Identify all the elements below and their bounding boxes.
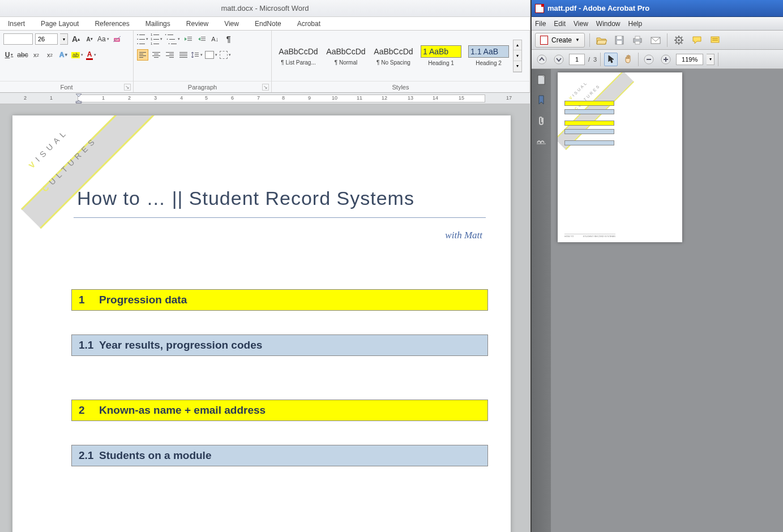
heading-1-bar[interactable]: 1Progression data: [71, 289, 488, 311]
page-up-button[interactable]: [535, 53, 549, 66]
gallery-down-icon[interactable]: ▾: [514, 50, 521, 61]
style-preview: AaBbCcDd: [372, 46, 414, 57]
shrink-font-button[interactable]: A▾: [84, 33, 95, 45]
tab-endnote[interactable]: EndNote: [247, 18, 289, 30]
save-button[interactable]: [613, 33, 626, 47]
open-button[interactable]: [594, 33, 608, 47]
heading-number: 2: [79, 404, 99, 417]
heading-number: 2.1: [79, 449, 99, 462]
menu-view[interactable]: View: [574, 20, 588, 28]
style-heading-2[interactable]: 1.1 AaB Heading 2: [465, 39, 512, 73]
signatures-tab[interactable]: [535, 135, 547, 147]
pdf-page-thumbnail[interactable]: VISUAL CULTURES HOW TO STUDENT RECORD SY…: [558, 72, 682, 242]
font-size-box[interactable]: [35, 33, 58, 45]
comment-button[interactable]: [690, 33, 704, 47]
heading-1-bar[interactable]: 2Known-as name + email address: [71, 400, 488, 421]
settings-button[interactable]: [672, 33, 686, 47]
increase-indent-button[interactable]: [196, 33, 207, 45]
document-area[interactable]: VISUAL CULTURES How to … || Student Reco…: [0, 104, 530, 532]
shading-button[interactable]: [205, 49, 217, 61]
align-left-button[interactable]: [137, 49, 148, 61]
document-subtitle[interactable]: with Matt: [445, 230, 482, 241]
decrease-indent-button[interactable]: [182, 33, 194, 45]
clear-formatting-button[interactable]: [112, 33, 123, 45]
horizontal-ruler[interactable]: 2112345678910111213141517: [0, 93, 530, 104]
indent-marker-icon[interactable]: [75, 93, 82, 104]
style-name: ¶ List Parag...: [281, 59, 316, 66]
change-case-button[interactable]: Aa: [97, 33, 109, 45]
align-right-button[interactable]: [164, 49, 176, 61]
paragraph-dialog-launcher[interactable]: ↘: [262, 84, 269, 91]
line-spacing-button[interactable]: [191, 49, 203, 61]
justify-button[interactable]: [178, 49, 189, 61]
acrobat-document-view[interactable]: VISUAL CULTURES HOW TO STUDENT RECORD SY…: [551, 69, 783, 532]
document-title[interactable]: How to … || Student Record Systems: [77, 187, 414, 209]
hand-tool-button[interactable]: [621, 53, 635, 66]
sort-button[interactable]: A↓: [209, 33, 221, 45]
numbering-button[interactable]: [151, 33, 162, 45]
tab-page-layout[interactable]: Page Layout: [33, 18, 87, 30]
zoom-dropdown[interactable]: ▾: [707, 54, 714, 65]
heading-2-bar[interactable]: 2.1Students on a module: [71, 445, 488, 466]
tab-view[interactable]: View: [216, 18, 247, 30]
strikethrough-button[interactable]: abc: [17, 49, 28, 61]
pdf-corner-visual: ISUAL: [571, 80, 588, 97]
heading-2-bar[interactable]: 1.1Year results, progression codes: [71, 334, 488, 356]
tab-mailings[interactable]: Mailings: [138, 18, 178, 30]
bookmarks-tab[interactable]: [535, 94, 547, 106]
style-name: Heading 2: [476, 60, 502, 66]
document-page[interactable]: VISUAL CULTURES How to … || Student Reco…: [12, 115, 511, 532]
text-effects-button[interactable]: A: [58, 49, 69, 61]
select-tool-button[interactable]: [604, 53, 618, 66]
subscript-button[interactable]: x2: [31, 49, 42, 61]
bullets-button[interactable]: [137, 33, 148, 45]
style-normal[interactable]: AaBbCcDd ¶ Normal: [323, 39, 369, 73]
thumbnails-tab[interactable]: [535, 74, 547, 86]
font-name-box[interactable]: [3, 33, 33, 45]
menu-edit[interactable]: Edit: [554, 20, 566, 28]
tab-references[interactable]: References: [87, 18, 137, 30]
styles-gallery-scroll[interactable]: ▴ ▾ ▾: [513, 40, 522, 72]
tab-review[interactable]: Review: [178, 18, 216, 30]
page-number-input[interactable]: [569, 54, 585, 65]
highlight-button[interactable]: ab: [71, 49, 83, 61]
menu-window[interactable]: Window: [596, 20, 621, 28]
show-hide-button[interactable]: ¶: [223, 33, 234, 45]
ruler-number: 2: [128, 95, 131, 101]
print-button[interactable]: [631, 33, 644, 47]
email-button[interactable]: [649, 33, 662, 47]
svg-rect-14: [635, 36, 640, 39]
gallery-more-icon[interactable]: ▾: [514, 61, 521, 72]
style-no-spacing[interactable]: AaBbCcDd ¶ No Spacing: [370, 39, 417, 73]
align-center-button[interactable]: [151, 49, 162, 61]
font-dialog-launcher[interactable]: ↘: [124, 84, 131, 91]
create-pdf-icon: [540, 36, 548, 45]
styles-group-label: Styles: [272, 81, 529, 92]
attachments-tab[interactable]: [535, 114, 547, 127]
zoom-input[interactable]: [676, 54, 703, 65]
tab-insert[interactable]: Insert: [0, 18, 33, 30]
menu-help[interactable]: Help: [628, 20, 643, 28]
ruler-number: 13: [408, 95, 413, 101]
superscript-button[interactable]: x2: [44, 49, 55, 61]
zoom-in-button[interactable]: [659, 53, 673, 66]
zoom-out-button[interactable]: [642, 53, 656, 66]
menu-file[interactable]: File: [535, 20, 546, 28]
highlight-note-button[interactable]: [708, 33, 722, 47]
style-list-paragraph[interactable]: AaBbCcDd ¶ List Parag...: [275, 39, 322, 73]
font-label-text: Font: [60, 84, 72, 91]
font-color-button[interactable]: A: [85, 49, 97, 61]
gallery-up-icon[interactable]: ▴: [514, 40, 521, 51]
tab-acrobat[interactable]: Acrobat: [289, 18, 328, 30]
underline-button[interactable]: U: [3, 49, 15, 61]
ruler-number: 1: [50, 95, 53, 101]
grow-font-button[interactable]: A▴: [70, 33, 82, 45]
heading-text: Year results, progression codes: [99, 339, 262, 351]
svg-rect-15: [635, 41, 640, 44]
create-button[interactable]: Create ▼: [535, 33, 585, 48]
font-size-dropdown[interactable]: ▾: [60, 33, 68, 45]
multilevel-list-button[interactable]: [165, 33, 179, 45]
page-down-button[interactable]: [552, 53, 566, 66]
borders-button[interactable]: [220, 49, 231, 61]
style-heading-1[interactable]: 1 AaBb Heading 1: [418, 39, 464, 73]
